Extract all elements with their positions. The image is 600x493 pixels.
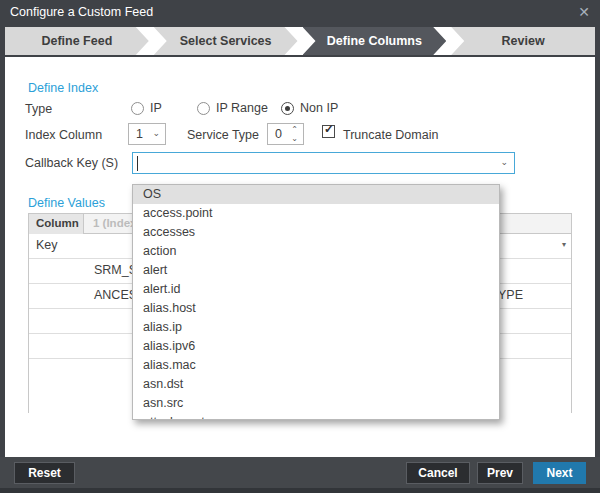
prev-button[interactable]: Prev xyxy=(477,462,523,484)
dropdown-item[interactable]: alert.id xyxy=(133,280,499,299)
radio-ip-label: IP xyxy=(150,101,162,115)
service-type-stepper[interactable]: 0 ⌃ ⌄ xyxy=(267,123,304,145)
chevron-down-icon[interactable]: ⌄ xyxy=(291,135,298,143)
callback-key-dropdown-list: OS access.point accesses action alert al… xyxy=(132,184,500,420)
radio-ip-range-label: IP Range xyxy=(216,101,268,115)
footer-bar: Reset Cancel Prev Next xyxy=(0,457,600,488)
radio-ip-circle[interactable] xyxy=(131,102,144,115)
radio-ip-range-circle[interactable] xyxy=(197,102,210,115)
chevron-down-icon[interactable]: ⌄ xyxy=(500,157,508,167)
dialog-title: Configure a Custom Feed xyxy=(10,0,153,24)
define-values-heading: Define Values xyxy=(28,196,105,210)
row-value-tail: YPE xyxy=(498,288,523,302)
reset-button[interactable]: Reset xyxy=(14,462,75,484)
dropdown-item[interactable]: access.point xyxy=(133,204,499,223)
step-define-feed[interactable]: Define Feed xyxy=(5,27,149,55)
define-index-heading: Define Index xyxy=(28,81,98,95)
service-type-label: Service Type xyxy=(187,128,259,142)
chevron-down-icon: ⌄ xyxy=(152,128,160,138)
dialog-content: Define Index Type IP IP Range Non IP Ind… xyxy=(5,57,595,457)
window-bottom-edge xyxy=(0,488,600,493)
index-column-label: Index Column xyxy=(25,128,102,142)
text-cursor xyxy=(137,156,138,171)
next-button[interactable]: Next xyxy=(533,462,586,484)
dropdown-item[interactable]: attachment xyxy=(133,413,499,420)
step-define-columns[interactable]: Define Columns xyxy=(303,27,447,55)
key-row-label: Key xyxy=(36,238,58,252)
radio-non-ip-circle[interactable] xyxy=(281,102,294,115)
dropdown-item[interactable]: alert xyxy=(133,261,499,280)
dropdown-item[interactable]: action xyxy=(133,242,499,261)
dropdown-item[interactable]: alias.host xyxy=(133,299,499,318)
service-type-value: 0 xyxy=(275,127,282,141)
callback-key-input[interactable]: ⌄ xyxy=(132,152,515,174)
step-select-services[interactable]: Select Services xyxy=(154,27,298,55)
radio-ip[interactable]: IP xyxy=(131,101,162,115)
chevron-down-icon[interactable]: ▾ xyxy=(562,240,566,249)
column-header: Column xyxy=(29,214,84,234)
radio-ip-range[interactable]: IP Range xyxy=(197,101,268,115)
dropdown-item[interactable]: alias.mac xyxy=(133,356,499,375)
checkmark-icon: ✓ xyxy=(324,122,334,136)
dropdown-item[interactable]: asn.src xyxy=(133,394,499,413)
chevron-up-icon[interactable]: ⌃ xyxy=(291,126,298,134)
dropdown-item[interactable]: alias.ip xyxy=(133,318,499,337)
configure-custom-feed-dialog: Configure a Custom Feed ✕ Define Feed Se… xyxy=(0,0,600,493)
dropdown-item[interactable]: OS xyxy=(133,185,499,204)
type-label: Type xyxy=(25,102,52,116)
cancel-button[interactable]: Cancel xyxy=(406,462,470,484)
close-icon[interactable]: ✕ xyxy=(578,0,590,24)
radio-non-ip[interactable]: Non IP xyxy=(281,101,338,115)
wizard-steps: Define Feed Select Services Define Colum… xyxy=(5,27,595,55)
title-bar: Configure a Custom Feed ✕ xyxy=(0,0,600,24)
radio-non-ip-label: Non IP xyxy=(300,101,338,115)
step-review[interactable]: Review xyxy=(451,27,595,55)
dropdown-item[interactable]: asn.dst xyxy=(133,375,499,394)
dropdown-item[interactable]: accesses xyxy=(133,223,499,242)
truncate-domain-label: Truncate Domain xyxy=(343,128,438,142)
index-column-value: 1 xyxy=(136,127,143,141)
truncate-domain-checkbox[interactable]: ✓ xyxy=(322,125,335,138)
callback-key-label: Callback Key (S) xyxy=(25,156,118,170)
dropdown-item[interactable]: alias.ipv6 xyxy=(133,337,499,356)
index-column-select[interactable]: 1 ⌄ xyxy=(128,123,166,145)
